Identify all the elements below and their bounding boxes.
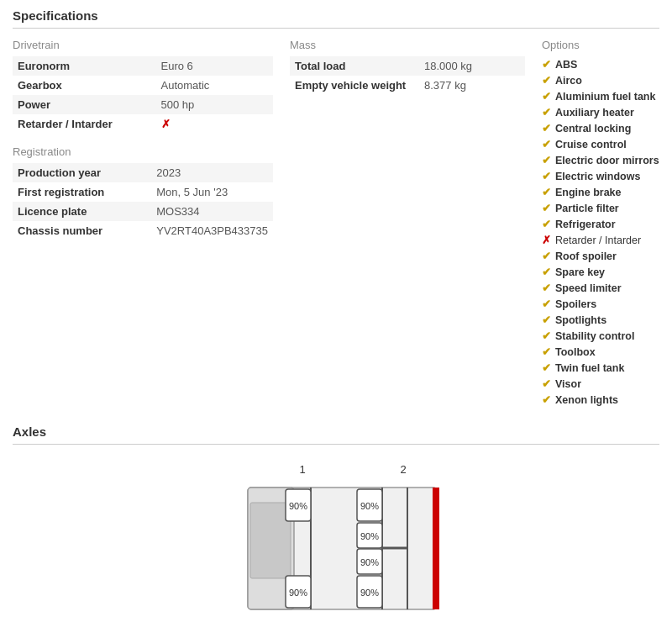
svg-rect-2 (250, 503, 291, 578)
table-row: Empty vehicle weight8.377 kg (290, 76, 525, 95)
row-value: 8.377 kg (419, 76, 525, 95)
row-value: Euro 6 (156, 56, 274, 76)
option-label: Airco (555, 75, 582, 87)
check-icon: ✔ (542, 154, 551, 166)
table-row: Power500 hp (13, 95, 273, 114)
option-label: Roof spoiler (555, 250, 617, 262)
axles-diagram-area: 1 2 (13, 455, 659, 620)
list-item: ✔Engine brake (542, 184, 659, 200)
check-icon: ✔ (542, 361, 551, 374)
list-item: ✔Spare key (542, 264, 659, 280)
table-row: Production year2023 (13, 163, 273, 182)
option-label: Electric windows (555, 171, 640, 182)
check-icon: ✔ (542, 250, 551, 262)
check-icon: ✔ (542, 186, 551, 198)
registration-title: Registration (13, 145, 273, 158)
list-item: ✔Particle filter (542, 200, 659, 216)
table-row: Total load18.000 kg (290, 56, 525, 76)
option-label: Speed limiter (555, 282, 622, 294)
list-item: ✔Stability control (542, 328, 659, 344)
list-item: ✔Cruise control (542, 136, 659, 152)
option-label: Toolbox (555, 346, 596, 358)
row-value: 500 hp (156, 95, 274, 114)
main-specs-grid: Drivetrain EuronormEuro 6GearboxAutomati… (13, 39, 659, 408)
left-column: Drivetrain EuronormEuro 6GearboxAutomati… (13, 39, 273, 408)
registration-section: Registration Production year2023First re… (13, 145, 273, 240)
option-label: Spare key (555, 266, 605, 278)
option-label: ABS (555, 59, 577, 71)
row-label: Empty vehicle weight (290, 76, 419, 95)
row-label: Retarder / Intarder (13, 114, 156, 134)
row-value: ✗ (156, 114, 274, 134)
row-value: Mon, 5 Jun '23 (151, 182, 273, 202)
axle2-rear-inner-pct: 90% (360, 557, 379, 567)
option-label: Particle filter (555, 203, 619, 214)
axles-section: Axles 1 2 (13, 424, 659, 622)
drivetrain-table: EuronormEuro 6GearboxAutomaticPower500 h… (13, 56, 273, 134)
list-item: ✔Spoilers (542, 296, 659, 312)
list-item: ✔Electric windows (542, 168, 659, 184)
check-icon: ✔ (542, 170, 551, 182)
option-label: Refrigerator (555, 219, 616, 230)
check-icon: ✔ (542, 74, 551, 87)
axles-title: Axles (13, 424, 659, 439)
list-item: ✔Speed limiter (542, 280, 659, 296)
row-value: Automatic (156, 76, 274, 95)
option-label: Central locking (555, 123, 631, 134)
list-item: ✔Airco (542, 72, 659, 88)
check-icon: ✔ (542, 218, 551, 230)
row-value: 2023 (151, 163, 273, 182)
option-label: Spoilers (555, 298, 596, 310)
list-item: ✔Refrigerator (542, 216, 659, 232)
check-icon: ✔ (542, 266, 551, 278)
check-icon: ✔ (542, 90, 551, 103)
options-title: Options (542, 39, 659, 51)
option-label: Spotlights (555, 314, 606, 326)
axle1-front-pct: 90% (289, 501, 307, 511)
axle1-label: 1 (299, 463, 305, 476)
axle2-front-inner-pct: 90% (360, 531, 379, 541)
axles-divider (13, 444, 659, 445)
option-label: Electric door mirrors (555, 155, 659, 166)
list-item: ✔Visor (542, 376, 659, 392)
list-item: ✔Roof spoiler (542, 248, 659, 264)
check-icon: ✔ (542, 282, 551, 294)
option-label: Stability control (555, 330, 634, 342)
table-row: Licence plateMOS334 (13, 202, 273, 221)
list-item: ✔ABS (542, 56, 659, 72)
table-row: EuronormEuro 6 (13, 56, 273, 76)
title-divider (13, 28, 659, 29)
axle1-rear-pct: 90% (289, 588, 307, 598)
drivetrain-section: Drivetrain EuronormEuro 6GearboxAutomati… (13, 39, 273, 134)
row-value: MOS334 (151, 202, 273, 221)
check-icon: ✔ (542, 106, 551, 119)
check-icon: ✔ (542, 122, 551, 134)
drivetrain-title: Drivetrain (13, 39, 273, 51)
row-value: YV2RT40A3PB433735 (151, 221, 273, 240)
row-label: Total load (290, 56, 419, 76)
row-value: 18.000 kg (419, 56, 525, 76)
registration-table: Production year2023First registrationMon… (13, 163, 273, 240)
check-icon: ✔ (542, 377, 551, 390)
axle-labels: 1 2 (202, 463, 470, 476)
row-label: First registration (13, 182, 151, 202)
row-label: Power (13, 95, 156, 114)
option-label: Twin fuel tank (555, 362, 624, 374)
svg-rect-3 (433, 488, 439, 609)
list-item: ✔Xenon lights (542, 392, 659, 408)
check-icon: ✔ (542, 329, 551, 342)
row-label: Gearbox (13, 76, 156, 95)
option-label: Auxiliary heater (555, 107, 634, 119)
axle2-label: 2 (400, 463, 406, 476)
mass-table: Total load18.000 kgEmpty vehicle weight8… (290, 56, 525, 95)
axle2-front-outer-pct: 90% (360, 501, 379, 511)
option-label: Retarder / Intarder (555, 235, 641, 246)
page-title: Specifications (13, 8, 659, 23)
row-label: Licence plate (13, 202, 151, 221)
list-item: ✗Retarder / Intarder (542, 232, 659, 248)
check-icon: ✔ (542, 345, 551, 358)
mass-section: Mass Total load18.000 kgEmpty vehicle we… (290, 39, 525, 95)
table-row: Retarder / Intarder✗ (13, 114, 273, 134)
check-icon: ✔ (542, 58, 551, 71)
list-item: ✔Central locking (542, 120, 659, 136)
